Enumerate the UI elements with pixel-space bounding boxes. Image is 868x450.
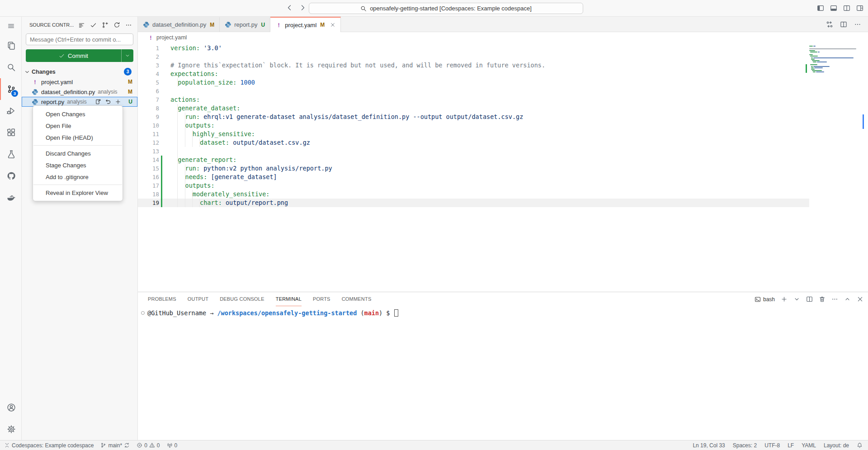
line-number: 17	[138, 181, 159, 190]
toggle-primary-sidebar-icon[interactable]	[817, 5, 824, 12]
status-notifications[interactable]	[857, 442, 863, 448]
kill-terminal-icon[interactable]	[819, 296, 826, 303]
command-center-search[interactable]: opensafely-getting-started [Codespaces: …	[309, 3, 583, 14]
panel-tab-comments[interactable]: COMMENTS	[342, 292, 372, 306]
menu-item-reveal-in-explorer-view[interactable]: Reveal in Explorer View	[33, 187, 123, 199]
back-icon[interactable]	[286, 4, 293, 11]
commit-action-icon[interactable]	[90, 22, 97, 28]
line-number: 19	[138, 199, 159, 207]
launch-profile-icon[interactable]	[793, 296, 800, 303]
status-eol[interactable]: LF	[788, 442, 794, 449]
terminal-more-actions-icon[interactable]	[831, 296, 838, 303]
status-ports-status[interactable]: 0	[167, 442, 178, 449]
customize-layout-icon[interactable]	[856, 5, 863, 12]
toggle-secondary-sidebar-icon[interactable]	[843, 5, 850, 12]
status-problems-status[interactable]: 00	[137, 442, 160, 449]
open-changes-icon[interactable]	[826, 21, 833, 28]
file-folder-label: analysis	[67, 99, 86, 105]
changes-section-header[interactable]: Changes 3	[22, 66, 137, 77]
close-icon[interactable]	[330, 22, 335, 28]
activity-item-source-control[interactable]: 3	[0, 78, 21, 100]
code-line-8: 8 generate_dataset:	[138, 104, 809, 113]
menu-item-discard-changes[interactable]: Discard Changes	[33, 147, 123, 159]
status-encoding[interactable]: UTF-8	[764, 442, 780, 449]
activity-item-explorer[interactable]	[0, 35, 21, 57]
activity-item-testing[interactable]	[0, 143, 21, 165]
status-branch-status[interactable]: main*	[100, 442, 130, 449]
maximize-panel-icon[interactable]	[844, 296, 851, 303]
activity-item-run-and-debug[interactable]	[0, 100, 21, 122]
status-language-mode[interactable]: YAML	[802, 442, 816, 449]
line-number: 2	[138, 52, 159, 61]
chevron-down-icon	[24, 69, 30, 75]
commit-button[interactable]: Commit	[26, 49, 133, 62]
activity-item-accounts[interactable]	[0, 397, 21, 418]
tab-dirty-badge: U	[261, 22, 265, 28]
search-icon	[7, 63, 16, 72]
code-line-7: 7actions:	[138, 95, 809, 104]
activity-item-manage[interactable]	[0, 418, 21, 440]
minimap[interactable]	[809, 46, 856, 290]
view-and-sort-icon[interactable]	[78, 22, 85, 28]
bottom-panel: PROBLEMSOUTPUTDEBUG CONSOLETERMINALPORTS…	[138, 292, 868, 440]
status-keyboard-layout[interactable]: Layout: de	[824, 442, 849, 449]
panel-tab-output[interactable]: OUTPUT	[188, 292, 208, 306]
tab-dataset_definition.py[interactable]: dataset_definition.pyM	[138, 17, 220, 32]
new-terminal-icon[interactable]	[781, 296, 788, 303]
terminal-instance-label[interactable]: bash	[755, 296, 775, 303]
commit-button-main[interactable]: Commit	[26, 49, 121, 62]
stage-changes-icon[interactable]	[115, 99, 121, 105]
file-row-actions	[95, 99, 121, 105]
status-remote-indicator[interactable]: Codespaces: Example codespace	[4, 442, 94, 449]
menu-item-open-file-head-[interactable]: Open File (HEAD)	[33, 132, 123, 143]
token: moderately_sensitive:	[193, 190, 270, 198]
file-row-dataset_definition.py[interactable]: dataset_definition.pyanalysisM	[22, 87, 137, 97]
open-file-icon[interactable]	[95, 99, 101, 105]
toggle-panel-icon[interactable]	[830, 5, 837, 12]
editor-area: dataset_definition.pyMreport.pyU!project…	[138, 17, 868, 440]
file-name: report.py	[41, 99, 64, 105]
menu-item-add-to-gitignore[interactable]: Add to .gitignore	[33, 171, 123, 183]
menu-item-open-file[interactable]: Open File	[33, 120, 123, 132]
menu-item-open-changes[interactable]: Open Changes	[33, 108, 123, 120]
panel-tab-debug-console[interactable]: DEBUG CONSOLE	[220, 292, 264, 306]
split-editor-icon[interactable]	[840, 21, 847, 28]
title-bar: opensafely-getting-started [Codespaces: …	[0, 0, 868, 17]
status-cursor-position[interactable]: Ln 19, Col 33	[693, 442, 725, 449]
panel-tab-ports[interactable]: PORTS	[313, 292, 330, 306]
gutter-modified-indicator	[159, 156, 165, 164]
panel-tab-problems[interactable]: PROBLEMS	[148, 292, 176, 306]
forward-icon[interactable]	[299, 4, 307, 11]
token	[170, 122, 185, 129]
more-actions-icon[interactable]	[854, 21, 861, 28]
refresh-icon[interactable]	[113, 22, 120, 28]
terminal-content[interactable]: @GitHub_Username → /workspaces/opensafel…	[138, 306, 868, 440]
create-branch-icon[interactable]	[102, 22, 108, 28]
more-actions-icon[interactable]	[125, 22, 132, 28]
tab-project.yaml[interactable]: !project.yamlM	[270, 17, 341, 32]
commit-message-input[interactable]: Message (Ctrl+Enter to commit o...	[26, 33, 133, 45]
activity-item-github[interactable]	[0, 165, 21, 187]
commit-dropdown-button[interactable]	[121, 49, 133, 62]
activity-item-extensions[interactable]	[0, 122, 21, 143]
tab-report.py[interactable]: report.pyU	[220, 17, 270, 32]
indent-guide	[185, 113, 185, 121]
panel-tab-terminal[interactable]: TERMINAL	[276, 292, 302, 306]
split-terminal-icon[interactable]	[806, 296, 813, 303]
line-number: 3	[138, 61, 159, 70]
status-indentation[interactable]: Spaces: 2	[733, 442, 757, 449]
minimap-line	[809, 64, 856, 65]
activity-item-docker[interactable]	[0, 187, 21, 208]
code-line-19: 19 chart: output/report.png	[138, 199, 809, 207]
menu-item-stage-changes[interactable]: Stage Changes	[33, 159, 123, 171]
minimap-segment	[813, 62, 816, 62]
close-panel-icon[interactable]	[857, 296, 863, 303]
line-number: 5	[138, 78, 159, 87]
command-decoration-icon[interactable]	[141, 311, 145, 315]
file-row-project.yaml[interactable]: !project.yamlM	[22, 77, 137, 87]
discard-changes-icon[interactable]	[105, 99, 111, 105]
code-editor[interactable]: 1version: '3.0'23# Ignore this`expectati…	[138, 43, 868, 292]
breadcrumb[interactable]: ! project.yaml	[138, 32, 868, 43]
activity-item-menu[interactable]	[0, 17, 21, 35]
activity-item-search[interactable]	[0, 57, 21, 78]
